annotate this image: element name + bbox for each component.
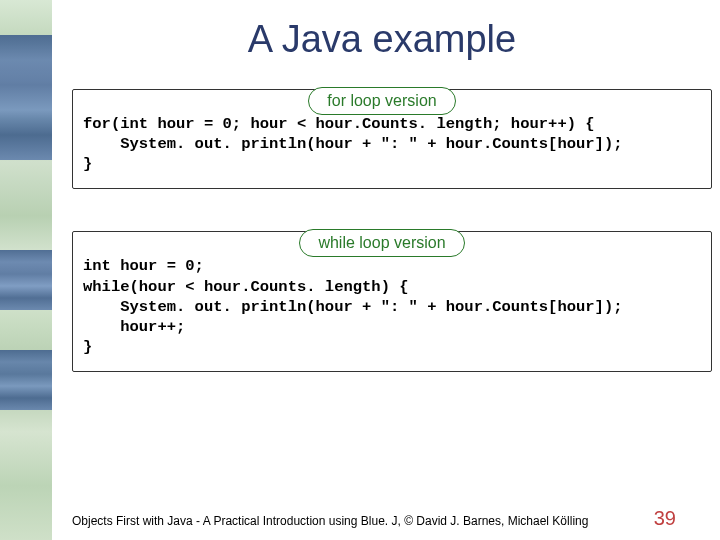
footer: Objects First with Java - A Practical In… [72, 514, 692, 528]
bg-blue-patch [0, 35, 52, 160]
for-label-wrap: for loop version [62, 87, 702, 105]
bg-blue-patch [0, 250, 52, 310]
slide-title: A Java example [62, 0, 702, 87]
while-label-wrap: while loop version [62, 229, 702, 247]
spacer [52, 189, 720, 229]
while-loop-label: while loop version [299, 229, 464, 257]
slide-content: A Java example for loop version for(int … [52, 0, 720, 540]
page-number: 39 [654, 507, 676, 530]
for-loop-label: for loop version [308, 87, 455, 115]
footer-text: Objects First with Java - A Practical In… [72, 514, 588, 528]
background-strip [0, 0, 52, 540]
bg-blue-patch [0, 350, 52, 410]
